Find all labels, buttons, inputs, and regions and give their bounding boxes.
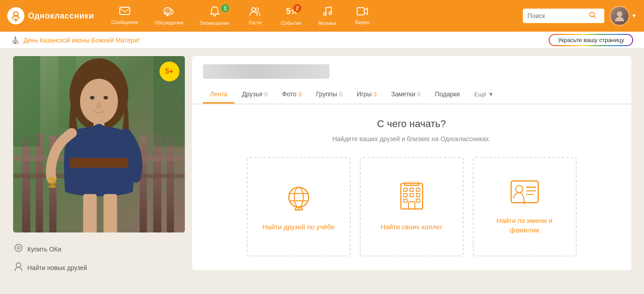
find-card-work[interactable]: Найти своих коллег [360, 157, 464, 256]
svg-rect-22 [167, 136, 174, 232]
svg-point-39 [15, 244, 22, 251]
announcement-text: День Казанской иконы Божией Матери! [24, 37, 140, 44]
find-study-label: Найти друзей по учёбе [262, 222, 334, 232]
tab-notes[interactable]: Заметки 0 [384, 86, 428, 104]
notifications-badge: 1 [221, 4, 229, 12]
svg-point-40 [17, 247, 20, 249]
svg-point-36 [48, 177, 57, 181]
nav-music[interactable]: Музыка [311, 3, 343, 28]
tab-notes-count: 0 [417, 91, 420, 98]
messages-label: Сообщения [111, 19, 138, 25]
find-friends-label: Найти новых друзей [28, 264, 87, 271]
decorate-page-button[interactable]: Украсьте вашу страницу [549, 34, 633, 46]
photo-count-badge: 5+ [160, 62, 179, 81]
svg-point-42 [289, 187, 309, 207]
notifications-label: Оповещения [200, 20, 230, 26]
svg-rect-53 [404, 194, 407, 197]
svg-rect-21 [153, 134, 161, 232]
find-friends-icon [14, 262, 23, 273]
svg-rect-50 [404, 188, 407, 191]
find-cards-container: Найти друзей по учёбе [203, 157, 620, 256]
nav-video[interactable]: Видео [347, 4, 378, 28]
tab-gifts[interactable]: Подарки [428, 86, 467, 104]
profile-name-blurred [203, 64, 329, 79]
tab-feed-label: Лента [210, 90, 228, 98]
tab-gifts-label: Подарки [435, 90, 460, 98]
find-friends-action[interactable]: Найти новых друзей [13, 260, 185, 275]
svg-rect-55 [416, 194, 420, 197]
svg-rect-48 [401, 184, 423, 209]
feed-start-subtitle: Найдите ваших друзей и близких на Однокл… [203, 135, 620, 142]
discussions-icon [163, 6, 175, 19]
tab-photos[interactable]: Фото 3 [275, 86, 309, 104]
nav-items: Сообщения Обсуждения [105, 3, 523, 28]
tab-friends[interactable]: Друзья 0 [235, 86, 275, 104]
tab-photos-label: Фото [282, 90, 296, 98]
svg-rect-57 [416, 199, 420, 202]
messages-icon [119, 7, 130, 19]
svg-point-6 [167, 10, 168, 11]
svg-point-37 [48, 181, 57, 185]
tab-groups-label: Группы [316, 90, 337, 98]
nav-events[interactable]: 5☆ 2 События [274, 3, 307, 28]
search-button[interactable] [589, 11, 596, 20]
search-input[interactable] [527, 12, 586, 19]
svg-point-8 [252, 8, 255, 11]
find-work-label: Найти своих коллег [381, 222, 442, 232]
buy-oki-label: Купить ОКи [28, 246, 61, 253]
nav-guests[interactable]: Гости [239, 4, 271, 28]
svg-rect-18 [36, 133, 43, 232]
globe-icon [284, 182, 313, 215]
tab-more[interactable]: Ещё ▼ [467, 86, 501, 104]
tab-groups-count: 0 [339, 91, 342, 98]
tab-feed[interactable]: Лента [203, 86, 235, 104]
main-content: 5+ Купить ОКи [6, 49, 639, 286]
avatar-caret[interactable]: ▼ [631, 13, 637, 19]
svg-rect-51 [410, 188, 414, 191]
svg-rect-54 [410, 194, 414, 197]
nav-messages[interactable]: Сообщения [105, 4, 145, 28]
svg-point-38 [48, 185, 56, 188]
events-label: События [281, 20, 301, 26]
logo-area[interactable]: Одноклассники [7, 7, 94, 24]
tab-friends-count: 0 [264, 91, 268, 98]
tab-notes-label: Заметки [391, 90, 415, 98]
svg-point-41 [16, 263, 21, 267]
search-area [523, 9, 604, 23]
profile-tabs: Лента Друзья 0 Фото 3 Группы 0 Игры 3 [203, 86, 620, 104]
tab-more-label: Ещё ▼ [474, 91, 494, 98]
svg-rect-58 [409, 202, 415, 209]
svg-point-43 [294, 187, 303, 207]
logo-text: Одноклассники [28, 11, 94, 21]
buy-oki-icon [14, 243, 23, 255]
svg-rect-17 [22, 138, 30, 232]
svg-point-30 [90, 96, 94, 100]
profile-photo-image[interactable]: 5+ [13, 56, 185, 232]
find-name-label: Найти по имени и фамилии [483, 216, 567, 235]
find-card-study[interactable]: Найти друзей по учёбе [247, 157, 351, 256]
find-card-name[interactable]: Найти по имени и фамилии [473, 157, 577, 256]
church-icon: ⛪ [11, 36, 20, 44]
svg-rect-56 [404, 199, 407, 202]
profile-header-card: Лента Друзья 0 Фото 3 Группы 0 Игры 3 [192, 56, 631, 104]
announcement-link[interactable]: ⛪ День Казанской иконы Божией Матери! [11, 36, 140, 44]
nav-discussions[interactable]: Обсуждения [148, 4, 190, 28]
notifications-icon [210, 6, 220, 19]
guests-label: Гости [249, 20, 261, 25]
nav-notifications[interactable]: 1 Оповещения [193, 3, 236, 28]
buy-oki-action[interactable]: Купить ОКи [13, 242, 185, 256]
tab-photos-count: 3 [298, 91, 301, 98]
tab-games-label: Игры [357, 90, 371, 98]
person-card-icon [510, 179, 539, 209]
profile-photo-container: 5+ [13, 56, 185, 232]
svg-rect-33 [70, 158, 128, 168]
tab-groups[interactable]: Группы 0 [309, 86, 349, 104]
tab-games[interactable]: Игры 3 [349, 86, 384, 104]
svg-point-7 [169, 10, 169, 11]
profile-photo-svg [13, 56, 185, 232]
left-panel: 5+ Купить ОКи [13, 56, 185, 279]
user-avatar[interactable] [610, 6, 630, 26]
right-panel: Лента Друзья 0 Фото 3 Группы 0 Игры 3 [192, 56, 631, 279]
svg-point-9 [256, 8, 259, 11]
svg-rect-35 [103, 194, 117, 232]
